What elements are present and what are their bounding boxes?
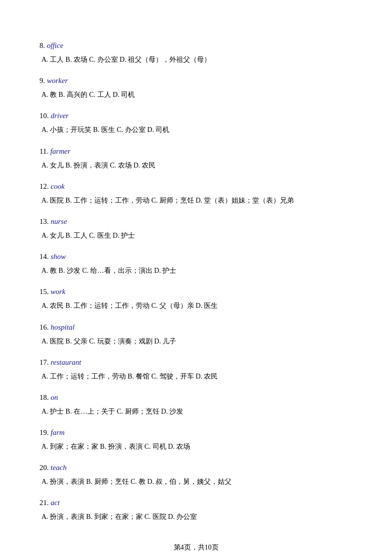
question-title-q9: 9. worker (39, 75, 353, 86)
question-options-q18: A. 护士 B. 在…上；关于 C. 厨师；烹饪 D. 沙发 (39, 405, 353, 418)
question-number-q12: 12. (39, 182, 51, 190)
question-title-q12: 12. cook (39, 180, 353, 192)
question-number-q19: 19. (39, 428, 51, 436)
footer-text: 第4页，共10页 (174, 544, 219, 551)
question-number-q15: 15. (39, 288, 51, 296)
question-block-q11: 11. farmerA. 女儿 B. 扮演，表演 C. 农场 D. 农民 (39, 145, 353, 171)
question-title-q10: 10. driver (39, 110, 353, 122)
question-title-q18: 18. on (39, 391, 353, 403)
question-block-q16: 16. hospitalA. 医院 B. 父亲 C. 玩耍；演奏；戏剧 D. 儿… (39, 321, 353, 347)
question-word-q10: driver (51, 112, 69, 120)
question-title-q16: 16. hospital (39, 321, 353, 333)
question-title-q15: 15. work (39, 286, 353, 298)
question-options-q15: A. 农民 B. 工作；运转；工作，劳动 C. 父（母）亲 D. 医生 (39, 299, 353, 312)
question-word-q16: hospital (51, 323, 75, 331)
question-number-q8: 8. (39, 42, 47, 49)
question-block-q19: 19. farmA. 到家；在家；家 B. 扮演，表演 C. 司机 D. 农场 (39, 427, 353, 453)
question-number-q21: 21. (39, 499, 51, 507)
question-number-q10: 10. (39, 112, 51, 120)
question-block-q8: 8. officeA. 工人 B. 农场 C. 办公室 D. 祖父（母），外祖父… (39, 40, 353, 66)
question-number-q9: 9. (39, 77, 47, 85)
question-number-q16: 16. (39, 323, 51, 331)
question-options-q21: A. 扮演，表演 B. 到家；在家；家 C. 医院 D. 办公室 (39, 511, 353, 523)
question-title-q13: 13. nurse (39, 215, 353, 227)
question-block-q14: 14. showA. 教 B. 沙发 C. 给…看，出示；演出 D. 护士 (39, 251, 353, 277)
question-word-q8: office (47, 42, 63, 49)
question-word-q17: restaurant (51, 358, 81, 366)
question-options-q12: A. 医院 B. 工作；运转；工作，劳动 C. 厨师；烹饪 D. 堂（表）姐妹；… (39, 194, 353, 207)
question-number-q18: 18. (39, 393, 51, 401)
question-block-q18: 18. onA. 护士 B. 在…上；关于 C. 厨师；烹饪 D. 沙发 (39, 391, 353, 418)
question-block-q10: 10. driverA. 小孩；开玩笑 B. 医生 C. 办公室 D. 司机 (39, 110, 353, 136)
question-word-q15: work (51, 288, 66, 296)
question-title-q8: 8. office (39, 40, 353, 51)
question-number-q20: 20. (39, 464, 51, 471)
question-block-q9: 9. workerA. 教 B. 高兴的 C. 工人 D. 司机 (39, 75, 353, 101)
question-block-q13: 13. nurseA. 女儿 B. 工人 C. 医生 D. 护士 (39, 215, 353, 242)
question-options-q17: A. 工作；运转；工作，劳动 B. 餐馆 C. 驾驶，开车 D. 农民 (39, 370, 353, 383)
question-word-q12: cook (51, 182, 65, 190)
question-block-q17: 17. restaurantA. 工作；运转；工作，劳动 B. 餐馆 C. 驾驶… (39, 356, 353, 383)
question-word-q14: show (51, 253, 66, 260)
question-options-q20: A. 扮演，表演 B. 厨师；烹饪 C. 教 D. 叔，伯，舅，姨父，姑父 (39, 475, 353, 488)
question-word-q11: farmer (50, 147, 71, 155)
question-block-q21: 21. actA. 扮演，表演 B. 到家；在家；家 C. 医院 D. 办公室 (39, 497, 353, 523)
question-title-q20: 20. teach (39, 462, 353, 473)
question-block-q12: 12. cookA. 医院 B. 工作；运转；工作，劳动 C. 厨师；烹饪 D.… (39, 180, 353, 207)
question-options-q14: A. 教 B. 沙发 C. 给…看，出示；演出 D. 护士 (39, 264, 353, 277)
question-title-q17: 17. restaurant (39, 356, 353, 368)
question-number-q14: 14. (39, 253, 51, 260)
question-title-q14: 14. show (39, 251, 353, 262)
question-number-q17: 17. (39, 358, 51, 366)
footer: 第4页，共10页 (39, 543, 353, 552)
question-block-q15: 15. workA. 农民 B. 工作；运转；工作，劳动 C. 父（母）亲 D.… (39, 286, 353, 312)
question-word-q9: worker (47, 77, 68, 85)
question-options-q8: A. 工人 B. 农场 C. 办公室 D. 祖父（母），外祖父（母） (39, 53, 353, 66)
questions-container: 8. officeA. 工人 B. 农场 C. 办公室 D. 祖父（母），外祖父… (39, 40, 353, 523)
question-options-q9: A. 教 B. 高兴的 C. 工人 D. 司机 (39, 88, 353, 101)
question-options-q11: A. 女儿 B. 扮演，表演 C. 农场 D. 农民 (39, 159, 353, 171)
question-word-q19: farm (51, 428, 65, 436)
question-options-q10: A. 小孩；开玩笑 B. 医生 C. 办公室 D. 司机 (39, 124, 353, 136)
question-word-q18: on (51, 393, 58, 401)
question-options-q13: A. 女儿 B. 工人 C. 医生 D. 护士 (39, 229, 353, 242)
question-title-q11: 11. farmer (39, 145, 353, 157)
question-word-q21: act (51, 499, 60, 507)
question-title-q21: 21. act (39, 497, 353, 509)
question-number-q11: 11. (39, 147, 50, 155)
question-word-q13: nurse (51, 217, 67, 225)
question-options-q19: A. 到家；在家；家 B. 扮演，表演 C. 司机 D. 农场 (39, 440, 353, 453)
question-options-q16: A. 医院 B. 父亲 C. 玩耍；演奏；戏剧 D. 儿子 (39, 335, 353, 347)
question-title-q19: 19. farm (39, 427, 353, 438)
question-number-q13: 13. (39, 217, 51, 225)
question-word-q20: teach (51, 464, 67, 471)
question-block-q20: 20. teachA. 扮演，表演 B. 厨师；烹饪 C. 教 D. 叔，伯，舅… (39, 462, 353, 488)
